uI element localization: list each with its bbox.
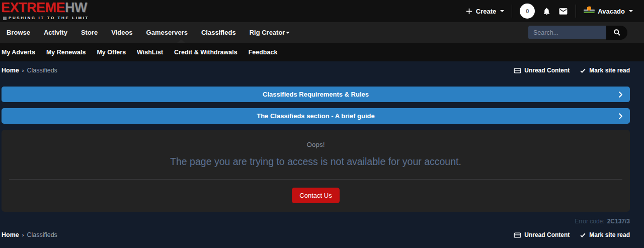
brand-hw: HW: [65, 0, 87, 15]
mark-site-read-link[interactable]: Mark site read: [580, 67, 630, 74]
search-bar: [528, 26, 627, 40]
breadcrumb-home-link[interactable]: Home: [2, 231, 19, 238]
breadcrumb-current: Classifieds: [27, 67, 57, 74]
caret-down-icon: [286, 32, 290, 34]
top-bar: EXTREMEHW PUSHING IT TO THE LIMIT Create…: [0, 0, 644, 22]
caret-down-icon: [500, 10, 504, 12]
rig-creator-label: Rig Creator: [250, 29, 285, 36]
banner-rules-label: Classifieds Requirements & Rules: [263, 91, 369, 98]
tagline-text: PUSHING IT TO THE LIMIT: [9, 16, 89, 20]
page-actions: Unread Content Mark site read: [514, 231, 630, 239]
nav-item-activity[interactable]: Activity: [44, 29, 67, 36]
bell-icon: [542, 7, 551, 16]
subnav-item-my-adverts[interactable]: My Adverts: [2, 49, 35, 56]
breadcrumb-row-bottom: Home › Classifieds Unread Content Mark s…: [2, 230, 630, 239]
nav-item-store[interactable]: Store: [81, 29, 98, 36]
search-button[interactable]: [606, 26, 627, 40]
nav-item-videos[interactable]: Videos: [111, 29, 132, 36]
header-actions: Create 0 Avacado: [465, 4, 633, 19]
balance-count: 0: [526, 8, 529, 14]
unread-content-link[interactable]: Unread Content: [514, 231, 570, 239]
breadcrumb-row-top: Home › Classifieds Unread Content Mark s…: [2, 66, 630, 75]
inbox-icon: [514, 67, 521, 74]
mark-site-read-label: Mark site read: [589, 231, 630, 238]
search-input[interactable]: [528, 26, 606, 39]
error-panel: Oops! The page you are trying to access …: [2, 130, 630, 212]
inbox-icon: [514, 231, 521, 239]
header-divider: [512, 5, 512, 18]
mark-site-read-link[interactable]: Mark site read: [580, 231, 630, 238]
user-menu[interactable]: Avacado: [584, 6, 633, 17]
site-logo[interactable]: EXTREMEHW PUSHING IT TO THE LIMIT: [1, 1, 89, 20]
chevron-right-icon: [617, 91, 624, 98]
banner-classifieds-guide[interactable]: The Classifieds section - A brief guide: [2, 108, 630, 124]
error-title: Oops!: [9, 141, 622, 148]
nav-item-rig-creator[interactable]: Rig Creator: [250, 29, 290, 36]
contact-us-button[interactable]: Contact Us: [292, 188, 339, 203]
mark-site-read-label: Mark site read: [589, 67, 630, 74]
username: Avacado: [598, 8, 625, 15]
nav-item-gameservers[interactable]: Gameservers: [146, 29, 188, 36]
unread-content-label: Unread Content: [524, 231, 570, 238]
messages-button[interactable]: [558, 7, 568, 16]
classifieds-subnav: My Adverts My Renewals My Offers WishLis…: [0, 43, 644, 61]
chevron-right-icon: [617, 113, 624, 120]
banner-classifieds-rules[interactable]: Classifieds Requirements & Rules: [2, 87, 630, 102]
check-icon: [580, 67, 586, 74]
breadcrumb: Home › Classifieds: [2, 231, 57, 238]
breadcrumb: Home › Classifieds: [2, 67, 57, 74]
search-icon: [613, 29, 621, 36]
header-divider: [576, 5, 576, 18]
brand-extreme: EXTREME: [1, 0, 65, 15]
breadcrumb-separator-icon: ›: [22, 232, 24, 238]
envelope-icon: [558, 7, 568, 16]
breadcrumb-separator-icon: ›: [22, 67, 24, 73]
balance-badge[interactable]: 0: [520, 4, 535, 19]
subnav-item-wishlist[interactable]: WishList: [137, 49, 163, 56]
primary-nav: Browse Activity Store Videos Gameservers…: [0, 22, 644, 43]
notifications-button[interactable]: [542, 7, 551, 16]
plus-icon: [465, 8, 473, 15]
panel-divider: [9, 179, 622, 180]
error-code-label: Error code:: [575, 218, 604, 225]
primary-nav-items: Browse Activity Store Videos Gameservers…: [7, 29, 290, 36]
check-icon: [580, 232, 586, 238]
error-code-row: Error code: 2C137/3: [2, 218, 630, 225]
subnav-item-feedback[interactable]: Feedback: [249, 49, 278, 56]
banner-guide-label: The Classifieds section - A brief guide: [257, 112, 375, 120]
nav-item-browse[interactable]: Browse: [7, 29, 30, 36]
avatar: [584, 6, 595, 17]
caret-down-icon: [629, 10, 633, 12]
unread-content-label: Unread Content: [524, 67, 570, 74]
create-button[interactable]: Create: [465, 8, 504, 15]
brand-tagline: PUSHING IT TO THE LIMIT: [3, 16, 89, 20]
subnav-item-my-offers[interactable]: My Offers: [97, 49, 126, 56]
unread-content-link[interactable]: Unread Content: [514, 67, 570, 74]
breadcrumb-home-link[interactable]: Home: [2, 67, 19, 74]
brand-wordmark: EXTREMEHW: [1, 1, 89, 15]
nav-item-classifieds[interactable]: Classifieds: [201, 29, 236, 36]
subnav-item-credit-withdrawals[interactable]: Credit & Withdrawals: [174, 49, 237, 56]
tagline-chip-icon: [3, 17, 7, 20]
create-label: Create: [476, 8, 496, 15]
page-actions: Unread Content Mark site read: [514, 67, 630, 74]
error-message: The page you are trying to access is not…: [9, 156, 622, 168]
error-code-value: 2C137/3: [607, 218, 630, 225]
breadcrumb-current: Classifieds: [27, 231, 57, 238]
main-content: Home › Classifieds Unread Content Mark s…: [0, 61, 644, 239]
subnav-item-my-renewals[interactable]: My Renewals: [46, 49, 86, 56]
